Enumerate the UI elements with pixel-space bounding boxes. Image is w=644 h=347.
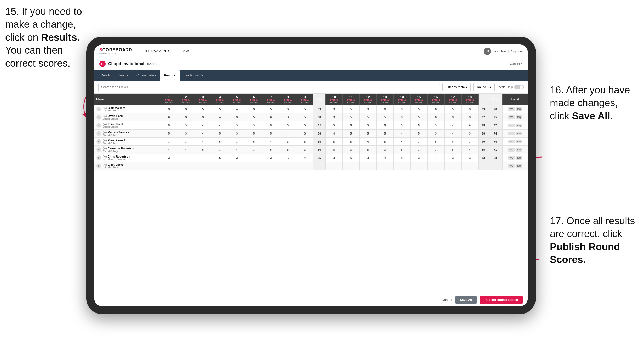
score-hole-15[interactable]: 5 (410, 130, 427, 138)
wd-button[interactable]: WD (508, 156, 515, 160)
score-hole-6[interactable]: 3 (245, 105, 262, 113)
score-hole-12[interactable]: 4 (359, 138, 376, 146)
score-hole-16[interactable]: 3 (427, 130, 444, 138)
score-hole-18[interactable] (462, 162, 479, 170)
score-hole-1[interactable]: 4 (160, 146, 177, 154)
wd-button[interactable]: WD (508, 132, 515, 135)
score-hole-1[interactable]: 3 (160, 105, 177, 113)
score-hole-10[interactable]: 5 (325, 138, 342, 146)
score-hole-14[interactable]: 3 (393, 121, 410, 130)
score-hole-12[interactable]: 3 (359, 121, 376, 130)
wd-button[interactable]: WD (508, 140, 515, 143)
score-hole-14[interactable]: 4 (393, 130, 410, 138)
score-hole-8[interactable] (279, 162, 296, 170)
score-hole-6[interactable] (245, 162, 262, 170)
score-hole-17[interactable]: 4 (444, 121, 461, 130)
score-hole-14[interactable]: 4 (393, 138, 410, 146)
score-hole-9[interactable]: 3 (296, 130, 313, 138)
score-hole-9[interactable]: 5 (296, 138, 313, 146)
score-hole-7[interactable]: 5 (262, 105, 279, 113)
score-hole-8[interactable]: 4 (279, 130, 296, 138)
dq-button[interactable]: DQ (516, 148, 522, 152)
score-hole-1[interactable]: 5 (160, 130, 177, 138)
dq-button[interactable]: DQ (516, 115, 522, 119)
score-hole-2[interactable]: 4 (177, 146, 194, 154)
score-hole-15[interactable]: 5 (410, 105, 427, 113)
score-hole-16[interactable]: 4 (427, 154, 444, 162)
score-hole-17[interactable]: 5 (444, 105, 461, 113)
score-hole-8[interactable]: 3 (279, 113, 296, 121)
score-hole-5[interactable]: 3 (228, 154, 245, 162)
score-hole-7[interactable]: 3 (262, 154, 279, 162)
score-hole-9[interactable] (296, 162, 313, 170)
score-hole-11[interactable]: 5 (342, 130, 359, 138)
score-hole-17[interactable]: 6 (444, 138, 461, 146)
score-hole-15[interactable]: 3 (410, 146, 427, 154)
score-hole-1[interactable]: 6 (160, 113, 177, 121)
score-hole-18[interactable]: 6 (462, 121, 479, 130)
nav-teams[interactable]: TEAMS (175, 44, 195, 58)
tab-course-setup[interactable]: Course Setup (132, 70, 160, 81)
score-hole-9[interactable]: 3 (296, 146, 313, 154)
score-hole-6[interactable]: 5 (245, 130, 262, 138)
score-hole-2[interactable]: 3 (177, 113, 194, 121)
score-hole-6[interactable]: 5 (245, 113, 262, 121)
score-hole-16[interactable]: 3 (427, 146, 444, 154)
score-hole-4[interactable]: 4 (211, 113, 228, 121)
round-selector-btn[interactable]: Round 3 ▾ (473, 83, 494, 91)
score-hole-2[interactable]: 4 (177, 154, 194, 162)
score-hole-7[interactable]: 6 (262, 113, 279, 121)
score-hole-11[interactable]: 5 (342, 105, 359, 113)
score-hole-5[interactable]: 3 (228, 138, 245, 146)
score-hole-13[interactable]: 5 (376, 138, 393, 146)
score-hole-3[interactable] (194, 162, 211, 170)
score-hole-8[interactable]: 3 (279, 138, 296, 146)
score-hole-12[interactable]: 5 (359, 130, 376, 138)
score-hole-7[interactable] (262, 162, 279, 170)
score-hole-2[interactable]: 3 (177, 138, 194, 146)
tab-results[interactable]: Results (160, 70, 179, 81)
score-hole-13[interactable]: 6 (376, 105, 393, 113)
score-hole-15[interactable] (410, 162, 427, 170)
score-hole-13[interactable]: 5 (376, 113, 393, 121)
score-hole-4[interactable]: 5 (211, 105, 228, 113)
score-hole-12[interactable] (359, 162, 376, 170)
score-hole-1[interactable]: 3 (160, 154, 177, 162)
score-hole-5[interactable]: 3 (228, 121, 245, 130)
score-hole-3[interactable]: 4 (194, 154, 211, 162)
score-hole-13[interactable]: 5 (376, 130, 393, 138)
score-hole-7[interactable]: 4 (262, 138, 279, 146)
tab-details[interactable]: Details (97, 70, 115, 81)
score-hole-4[interactable]: 5 (211, 130, 228, 138)
dq-button[interactable]: DQ (516, 140, 522, 143)
score-hole-18[interactable]: 3 (462, 154, 479, 162)
score-hole-18[interactable]: 3 (462, 113, 479, 121)
score-hole-13[interactable]: 3 (376, 146, 393, 154)
score-hole-10[interactable]: 3 (325, 113, 342, 121)
save-all-button[interactable]: Save All (455, 296, 477, 304)
score-hole-11[interactable]: 5 (342, 113, 359, 121)
score-hole-9[interactable]: 5 (296, 113, 313, 121)
score-hole-8[interactable]: 3 (279, 121, 296, 130)
score-hole-12[interactable]: 5 (359, 146, 376, 154)
score-hole-11[interactable]: 3 (342, 146, 359, 154)
score-hole-3[interactable]: 4 (194, 138, 211, 146)
totals-toggle-switch[interactable] (514, 85, 524, 89)
score-hole-16[interactable]: 6 (427, 113, 444, 121)
score-hole-13[interactable]: 4 (376, 154, 393, 162)
score-hole-3[interactable]: 5 (194, 105, 211, 113)
wd-button[interactable]: WD (508, 124, 515, 127)
score-hole-6[interactable]: 5 (245, 138, 262, 146)
score-hole-14[interactable]: 3 (393, 113, 410, 121)
score-hole-5[interactable]: 3 (228, 130, 245, 138)
wd-button[interactable]: WD (508, 164, 515, 168)
score-hole-4[interactable]: 5 (211, 138, 228, 146)
score-hole-1[interactable] (160, 162, 177, 170)
dq-button[interactable]: DQ (516, 124, 522, 127)
score-hole-10[interactable] (325, 162, 342, 170)
score-hole-5[interactable]: 4 (228, 146, 245, 154)
score-hole-7[interactable]: 5 (262, 146, 279, 154)
score-hole-14[interactable] (393, 162, 410, 170)
score-hole-13[interactable] (376, 162, 393, 170)
dq-button[interactable]: DQ (516, 164, 522, 168)
